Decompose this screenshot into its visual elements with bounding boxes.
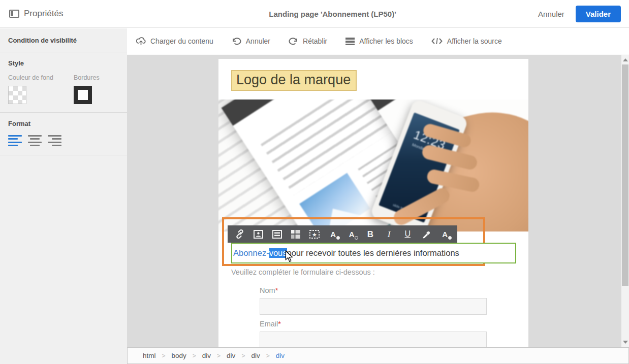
insert-image-icon[interactable] [253,228,264,240]
cancel-button[interactable]: Annuler [538,10,564,18]
landing-page-preview: Logo de la marque Read more [218,59,528,347]
required-asterisk: * [278,320,281,328]
background-color-swatch[interactable] [8,86,26,104]
svg-text:★: ★ [312,231,317,237]
undo-icon [232,37,241,45]
hero-illustration: Read more 12:23 Monday, July 29 slide to… [218,100,528,231]
upload-cloud-icon [136,37,146,46]
breadcrumb-div-1[interactable]: div [196,352,217,359]
align-right-button[interactable] [48,135,61,147]
redo-button[interactable]: Rétablir [289,37,327,45]
rich-text-toolbar: ★ A A B I U A [228,225,457,243]
app-header: Propriétés Landing page 'Abonnement (LP5… [0,0,629,28]
scroll-up-arrow[interactable] [623,58,628,61]
editor-canvas: Logo de la marque Read more [127,55,629,347]
breadcrumb-div-2[interactable]: div [221,352,241,359]
scrollbar-thumb[interactable] [622,64,628,286]
background-color-label: Couleur de fond [8,74,53,81]
dom-breadcrumb: html > body > div > div > div > div [127,347,629,364]
insert-block-icon[interactable] [272,228,283,240]
undo-button[interactable]: Annuler [232,37,270,45]
show-source-button[interactable]: Afficher la source [431,37,502,45]
breadcrumb-html[interactable]: html [137,352,162,359]
format-section: Format [0,113,127,155]
breadcrumb-separator: > [217,352,221,359]
source-code-icon [431,38,443,45]
align-left-button[interactable] [8,135,22,147]
clear-format-icon[interactable]: A [439,228,451,240]
breadcrumb-separator: > [162,352,166,359]
style-section: Style Couleur de fond Bordures [0,52,127,113]
blocks-icon [345,38,355,45]
subscribe-link-text[interactable]: Abonnez- [233,248,269,258]
form-intro-text: Veuillez compléter le formulaire ci-dess… [231,268,375,276]
scroll-down-arrow[interactable] [623,341,628,344]
breadcrumb-separator: > [266,352,270,359]
link-icon[interactable] [234,228,245,240]
properties-sidebar: Condition de visibilité Style Couleur de… [0,28,127,364]
borders-swatch[interactable] [74,86,92,104]
breadcrumb-separator: > [241,352,245,359]
underline-icon[interactable]: U [402,228,413,240]
breadcrumb-body[interactable]: body [166,352,193,359]
format-section-title: Format [8,120,119,127]
subscribe-rest-text[interactable]: pour recevoir toutes les dernières infor… [287,248,459,258]
name-input[interactable] [260,298,487,315]
eyedropper-icon[interactable] [421,228,432,240]
align-center-button[interactable] [28,135,42,147]
properties-label: Propriétés [24,9,63,19]
email-input[interactable] [260,332,487,347]
insert-grid-icon[interactable] [290,228,301,240]
validate-button[interactable]: Valider [576,6,621,22]
font-color-icon[interactable]: A [346,228,357,240]
style-section-title: Style [8,59,119,67]
bold-icon[interactable]: B [365,228,376,240]
required-asterisk: * [275,286,278,294]
show-blocks-button[interactable]: Afficher les blocs [345,37,413,45]
personalization-field-icon[interactable]: ★ [309,228,320,240]
borders-label: Bordures [74,74,100,81]
font-size-icon[interactable]: A [328,228,339,240]
vertical-scrollbar[interactable] [621,55,629,347]
hero-image[interactable]: Read more 12:23 Monday, July 29 slide to… [218,100,528,231]
breadcrumb-separator: > [193,352,196,359]
breadcrumb-div-4-active[interactable]: div [270,352,291,359]
email-field-label: Email* [260,320,281,328]
italic-icon[interactable]: I [384,228,395,240]
editor-toolbar: Charger du contenu Annuler Rétablir Affi… [127,28,629,54]
page-title: Landing page 'Abonnement (LP50)' [127,10,538,18]
load-content-button[interactable]: Charger du contenu [136,37,213,46]
visibility-condition-section[interactable]: Condition de visibilité [0,28,127,52]
redo-icon [289,37,298,45]
mouse-cursor [285,250,294,264]
subscribe-text-block[interactable]: Abonnez-vous pour recevoir toutes les de… [231,243,516,263]
properties-toggle[interactable]: Propriétés [0,9,127,19]
properties-panel-icon [9,10,19,18]
breadcrumb-div-3[interactable]: div [245,352,266,359]
name-field-label: Nom* [260,286,278,294]
logo-placeholder[interactable]: Logo de la marque [231,70,357,91]
